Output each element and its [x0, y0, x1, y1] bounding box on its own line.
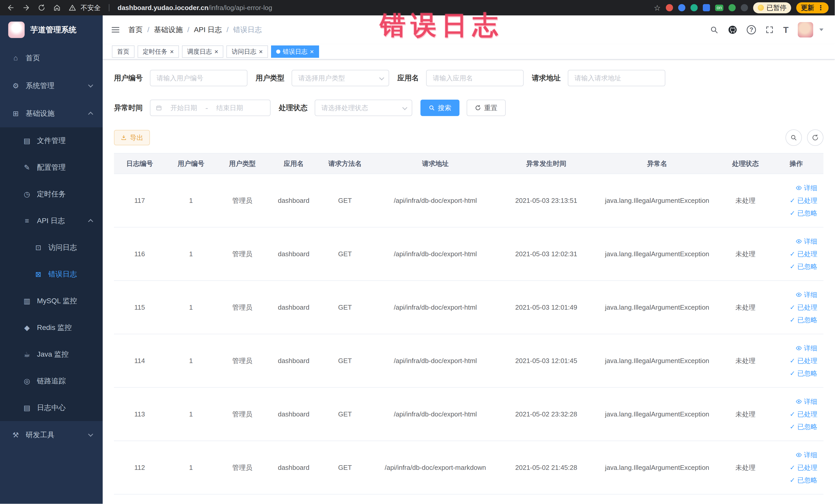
cell-user-type: 管理员: [217, 441, 268, 494]
refresh-table-button[interactable]: [807, 129, 823, 146]
breadcrumb-home[interactable]: 首页: [128, 25, 143, 35]
extension-icon-teal[interactable]: [691, 4, 698, 11]
user-id-input[interactable]: [150, 70, 247, 86]
export-button[interactable]: 导出: [114, 130, 150, 145]
detail-link[interactable]: 详细: [796, 450, 817, 460]
date-range-picker[interactable]: -: [150, 100, 270, 116]
back-icon[interactable]: [6, 3, 15, 12]
tab-label: 定时任务: [143, 47, 167, 56]
table-toolbar: 导出: [114, 129, 823, 146]
detail-link[interactable]: 详细: [796, 290, 817, 299]
extension-icon-red[interactable]: [666, 4, 673, 11]
mark-ignored-link[interactable]: ✓已忽略: [790, 262, 817, 271]
mark-processed-link[interactable]: ✓已处理: [790, 410, 817, 419]
sidebar-toggle-icon[interactable]: [111, 25, 120, 35]
sidebar-item-error-log[interactable]: ⊠ 错误日志: [0, 261, 103, 287]
search-button-label: 搜索: [438, 103, 451, 113]
mark-processed-link[interactable]: ✓已处理: [790, 463, 817, 472]
close-icon[interactable]: ×: [259, 48, 263, 55]
home-icon[interactable]: [53, 3, 62, 12]
sidebar-item-api-log[interactable]: ≡ API 日志: [0, 207, 103, 234]
sidebar-item-java-monitor[interactable]: ☕ Java 监控: [0, 341, 103, 368]
table-row: 113 1 管理员 dashboard GET /api/infra/db-do…: [114, 387, 823, 441]
cell-status: 未处理: [722, 174, 769, 227]
reload-icon[interactable]: [37, 3, 46, 12]
tab-access-log[interactable]: 访问日志 ×: [226, 45, 268, 58]
avatar-caret-down-icon[interactable]: [819, 28, 823, 31]
sidebar-item-home[interactable]: ⌂ 首页: [0, 44, 103, 72]
search-button[interactable]: 搜索: [421, 100, 460, 116]
mark-processed-link[interactable]: ✓已处理: [790, 196, 817, 205]
field-label: 用户类型: [256, 73, 284, 83]
detail-link[interactable]: 详细: [796, 397, 817, 406]
tab-dispatch-log[interactable]: 调度日志 ×: [182, 45, 223, 58]
chevron-up-icon: [88, 219, 93, 224]
breadcrumb-api-log[interactable]: API 日志: [194, 25, 222, 35]
sidebar-item-log-center[interactable]: ▤ 日志中心: [0, 395, 103, 421]
app-logo[interactable]: 芋道管理系统: [0, 15, 103, 44]
refresh-icon: [475, 105, 481, 111]
sidebar-item-cron-job[interactable]: ◷ 定时任务: [0, 181, 103, 207]
extension-icon-blue[interactable]: [678, 4, 685, 11]
font-size-icon[interactable]: T: [783, 25, 789, 35]
address-url[interactable]: dashboard.yudao.iocoder.cn/infra/log/api…: [118, 4, 272, 12]
close-icon[interactable]: ×: [214, 48, 218, 55]
extension-icon-green[interactable]: [729, 4, 736, 11]
mark-ignored-link[interactable]: ✓已忽略: [790, 369, 817, 378]
process-status-select[interactable]: [315, 100, 412, 116]
sidebar-item-file-mgmt[interactable]: ▤ 文件管理: [0, 127, 103, 154]
close-icon[interactable]: ×: [310, 48, 314, 55]
toggle-search-button[interactable]: [786, 129, 802, 146]
mark-processed-link[interactable]: ✓已处理: [790, 356, 817, 365]
search-icon[interactable]: [710, 25, 718, 34]
search-icon: [429, 105, 435, 111]
sidebar-item-system-mgmt[interactable]: ⚙ 系统管理: [0, 72, 103, 100]
fullscreen-icon[interactable]: [765, 25, 774, 34]
site-security-chip[interactable]: 不安全: [68, 3, 101, 12]
detail-link[interactable]: 详细: [796, 237, 817, 246]
mark-processed-link[interactable]: ✓已处理: [790, 249, 817, 259]
end-date-input[interactable]: [211, 104, 248, 112]
extension-grid-icon[interactable]: [703, 4, 710, 11]
cell-user-type: 管理员: [217, 174, 268, 227]
forward-icon[interactable]: [22, 3, 31, 12]
extension-icon-dark[interactable]: [741, 4, 748, 11]
sidebar-item-config-mgmt[interactable]: ✎ 配置管理: [0, 154, 103, 181]
sidebar-item-dev-tools[interactable]: ⚒ 研发工具: [0, 421, 103, 449]
breadcrumb-infra[interactable]: 基础设施: [154, 25, 183, 35]
mark-ignored-link[interactable]: ✓已忽略: [790, 476, 817, 485]
detail-link[interactable]: 详细: [796, 184, 817, 193]
browser-update-button[interactable]: 更新 ⋮: [796, 2, 829, 13]
bookmark-star-icon[interactable]: ☆: [654, 3, 661, 12]
detail-link[interactable]: 详细: [796, 344, 817, 353]
request-url-input[interactable]: [568, 70, 665, 86]
cell-exception: java.lang.IllegalArgumentException: [592, 227, 722, 281]
mark-ignored-link[interactable]: ✓已忽略: [790, 316, 817, 324]
help-icon[interactable]: ?: [747, 25, 756, 35]
close-icon[interactable]: ×: [170, 48, 174, 55]
sidebar-item-tracing[interactable]: ◎ 链路追踪: [0, 368, 103, 395]
github-icon[interactable]: [728, 25, 737, 35]
reset-button[interactable]: 重置: [467, 100, 506, 116]
mark-processed-link[interactable]: ✓已处理: [790, 303, 817, 312]
tab-home[interactable]: 首页: [112, 45, 135, 58]
sidebar-item-infrastructure[interactable]: ⊞ 基础设施: [0, 100, 103, 127]
user-type-select[interactable]: [291, 70, 389, 86]
mark-ignored-link[interactable]: ✓已忽略: [790, 422, 817, 431]
cell-time: 2021-05-02 21:45:28: [500, 441, 592, 494]
filter-process-status: 处理状态: [279, 100, 412, 116]
sidebar-item-mysql-monitor[interactable]: ▥ MySQL 监控: [0, 287, 103, 314]
tab-cron-job[interactable]: 定时任务 ×: [138, 45, 179, 58]
tab-error-log[interactable]: 错误日志 ×: [271, 45, 319, 58]
proxy-on-badge[interactable]: on: [715, 5, 724, 11]
user-avatar[interactable]: [798, 22, 813, 38]
mark-ignored-link[interactable]: ✓已忽略: [790, 209, 817, 218]
app-name-input[interactable]: [426, 70, 524, 86]
cell-user-type: 管理员: [217, 387, 268, 441]
sidebar-item-access-log[interactable]: ⊡ 访问日志: [0, 234, 103, 261]
sidebar-item-redis-monitor[interactable]: ◆ Redis 监控: [0, 314, 103, 341]
column-header: 请求方法名: [319, 153, 371, 174]
paused-extension-badge[interactable]: 已暂停: [753, 2, 791, 13]
column-header: 操作: [769, 153, 823, 174]
start-date-input[interactable]: [165, 104, 202, 112]
